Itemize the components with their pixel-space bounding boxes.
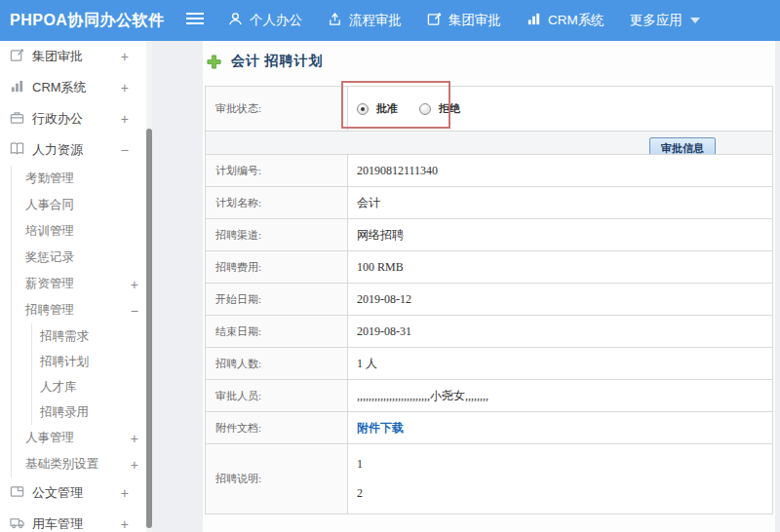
radio-reject[interactable]: [419, 103, 431, 115]
sidebar-item-training[interactable]: 培训管理: [12, 218, 146, 245]
sidebar-item-admin-office[interactable]: 行政办公 +: [0, 103, 146, 134]
field-label: 计划编号:: [206, 155, 348, 187]
nav-personal-office[interactable]: 个人办公: [228, 12, 302, 29]
sidebar-item-salary[interactable]: 薪资管理 +: [12, 271, 146, 297]
radio-approve-label: 批准: [376, 101, 398, 116]
sidebar-item-personnel-mgmt[interactable]: 人事管理 +: [12, 425, 146, 451]
field-value: 20190812111340: [348, 155, 773, 187]
table-row: 计划名称: 会计: [206, 187, 773, 219]
edit-icon: [427, 12, 448, 29]
expand-icon[interactable]: +: [121, 49, 136, 64]
sidebar-item-rewards[interactable]: 奖惩记录: [12, 245, 146, 271]
sidebar-item-vehicle[interactable]: 用车管理 +: [0, 509, 146, 532]
sidebar-item-attendance[interactable]: 考勤管理: [12, 166, 146, 192]
field-label: 审批人员:: [206, 380, 348, 412]
sidebar-item-hr[interactable]: 人力资源 −: [0, 134, 146, 166]
hamburger-menu-icon[interactable]: [185, 11, 207, 30]
document-icon: [10, 484, 32, 502]
field-label: 招聘人数:: [206, 348, 348, 380]
field-value: 网络招聘: [348, 219, 773, 251]
sidebar-item-crm[interactable]: CRM系统 +: [0, 72, 146, 103]
field-label: 开始日期:: [206, 284, 348, 316]
expand-icon[interactable]: +: [121, 485, 136, 501]
top-bar: PHPOA协同办公软件 个人办公 流程审批 集团审批 CRM系统 更多应用: [0, 0, 780, 41]
book-icon: [10, 141, 32, 159]
collapse-icon[interactable]: −: [121, 142, 136, 158]
field-label: 招聘费用:: [206, 251, 348, 284]
radio-reject-label: 拒绝: [439, 101, 460, 116]
nav-workflow-approval[interactable]: 流程审批: [328, 12, 402, 29]
field-label: 附件文档:: [206, 412, 348, 444]
app-logo: PHPOA协同办公软件: [0, 11, 185, 31]
content-panel: 会计 招聘计划 审批状态: 批准 拒绝 审批信息: [203, 41, 775, 532]
field-label: 计划名称:: [206, 187, 348, 219]
field-value: 2019-08-31: [348, 316, 773, 348]
field-label: 招聘说明:: [206, 444, 348, 514]
edit-square-icon: [10, 48, 32, 65]
page-title-text: 会计 招聘计划: [231, 53, 324, 70]
sidebar-item-group-approval[interactable]: 集团审批 +: [0, 41, 146, 72]
detail-table: 计划编号: 20190812111340 计划名称: 会计 招聘渠道: 网络招聘…: [205, 154, 773, 514]
field-value: 会计: [348, 187, 773, 219]
sidebar-item-recruit-demand[interactable]: 招聘需求: [32, 323, 146, 349]
field-value: 2019-08-12: [348, 284, 773, 316]
page-title: 会计 招聘计划: [207, 53, 324, 70]
table-row: 结束日期: 2019-08-31: [206, 316, 773, 348]
approval-status-label: 审批状态:: [206, 87, 348, 132]
expand-icon[interactable]: +: [121, 80, 136, 95]
table-row: 招聘渠道: 网络招聘: [206, 219, 773, 251]
sidebar-item-recruit-hire[interactable]: 招聘录用: [32, 399, 146, 425]
sidebar-item-recruit-mgmt[interactable]: 招聘管理 −: [12, 297, 146, 323]
person-icon: [228, 12, 250, 29]
approval-radio-group: 批准 拒绝: [357, 101, 772, 116]
sidebar-item-documents[interactable]: 公文管理 +: [0, 477, 146, 509]
expand-icon[interactable]: +: [131, 431, 146, 446]
expand-icon[interactable]: +: [131, 457, 146, 473]
sidebar-item-hr-contract[interactable]: 人事合同: [12, 192, 146, 218]
field-value: 1 人: [348, 348, 773, 380]
radio-approve[interactable]: [357, 103, 369, 115]
sidebar-item-base-category[interactable]: 基础类别设置 +: [12, 451, 146, 477]
expand-icon[interactable]: +: [131, 277, 146, 292]
attachment-download-link[interactable]: 附件下载: [357, 421, 404, 435]
nav-more-apps[interactable]: 更多应用: [630, 12, 700, 29]
expand-icon[interactable]: +: [121, 111, 136, 127]
table-row: 审批人员: ,,,,,,,,,,,,,,,,,,,,,,,,,小尧女,,,,,,…: [206, 380, 773, 412]
expand-icon[interactable]: +: [121, 516, 136, 532]
recruit-submenu: 招聘需求 招聘计划 人才库 招聘录用: [31, 323, 146, 425]
caret-down-icon: [690, 18, 700, 23]
sidebar-item-talent-pool[interactable]: 人才库: [32, 374, 146, 399]
table-row: 招聘费用: 100 RMB: [206, 251, 773, 284]
sidebar-item-recruit-plan[interactable]: 招聘计划: [32, 349, 146, 374]
table-row: 计划编号: 20190812111340: [206, 155, 773, 187]
briefcase-icon: [10, 110, 32, 128]
hr-submenu: 考勤管理 人事合同 培训管理 奖惩记录 薪资管理 + 招聘管理 − 招聘需求 招…: [11, 166, 146, 477]
sidebar: 集团审批 + CRM系统 + 行政办公 + 人力资源 − 考勤管理 人事合同 培…: [0, 41, 146, 532]
table-row: 附件文档: 附件下载: [206, 412, 773, 444]
bar-chart-icon: [10, 79, 32, 96]
flow-icon: [328, 12, 349, 29]
truck-icon: [10, 515, 32, 532]
table-row: 开始日期: 2019-08-12: [206, 284, 773, 316]
main-content: 会计 招聘计划 审批状态: 批准 拒绝 审批信息: [152, 41, 780, 532]
field-value: 100 RMB: [348, 251, 773, 284]
plus-icon: [207, 55, 221, 69]
nav-crm-system[interactable]: CRM系统: [526, 12, 604, 29]
nav-group-approval[interactable]: 集团审批: [427, 12, 501, 29]
field-value: ,,,,,,,,,,,,,,,,,,,,,,,,,小尧女,,,,,,,,: [348, 380, 773, 412]
table-row: 招聘说明: 1 2: [206, 444, 773, 514]
table-row: 招聘人数: 1 人: [206, 348, 773, 380]
field-label: 招聘渠道:: [206, 219, 348, 251]
field-value: 1 2: [348, 444, 773, 514]
chart-icon: [526, 12, 548, 29]
collapse-icon[interactable]: −: [131, 303, 146, 319]
field-label: 结束日期:: [206, 316, 348, 348]
